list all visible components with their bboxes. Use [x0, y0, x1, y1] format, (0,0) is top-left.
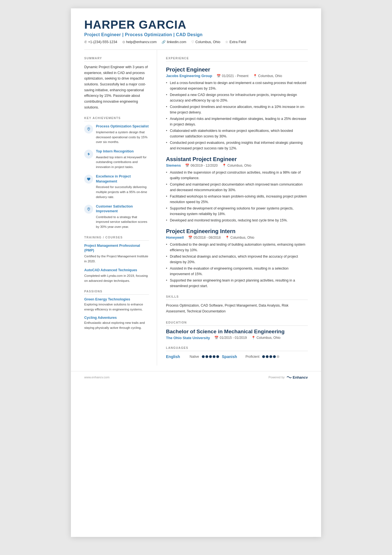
bullet-1-2: Developed a new CAD design process for i… — [166, 92, 308, 103]
achievement-icon-1 — [84, 125, 93, 134]
achievement-text-2: Top Intern Recognition Awarded top inter… — [96, 149, 149, 170]
lang-dot-2-5 — [277, 355, 279, 358]
languages-label: LANGUAGES — [166, 346, 308, 351]
calendar-icon-1: 📅 — [217, 74, 221, 78]
achievement-desc-2: Awarded top intern at Honeywell for outs… — [96, 155, 149, 170]
exp-meta-1: Jacobs Engineering Group 📅 01/2021 - Pre… — [166, 74, 308, 78]
achievement-icon-3 — [84, 175, 93, 184]
exp-title-2: Assistant Project Engineer — [166, 156, 308, 162]
summary-label: SUMMARY — [84, 56, 149, 61]
exp-bullets-1: Led a cross-functional team to design an… — [166, 80, 308, 151]
brand-name: Enhancv — [293, 375, 308, 379]
heart-icon — [87, 177, 91, 181]
location-icon: ♡ — [191, 40, 194, 44]
bullet-1-1: Led a cross-functional team to design an… — [166, 80, 308, 91]
edu-degree: Bachelor of Science in Mechanical Engine… — [166, 329, 308, 335]
phone-contact: ✆ +1-(234)-555-1234 — [84, 40, 117, 44]
lang-dot-2-2 — [266, 355, 269, 358]
passion-desc-2: Enthusiastic about exploring new trails … — [84, 320, 149, 330]
website-contact: 🔗 linkedin.com — [162, 40, 186, 44]
experience-label: EXPERIENCE — [166, 56, 308, 61]
candidate-name: HARPER GARCIA — [84, 18, 308, 31]
exp-meta-2: Siemens 📅 06/2019 - 12/2020 📍 Columbus, … — [166, 163, 308, 167]
bullet-1-5: Collaborated with stakeholders to enhanc… — [166, 128, 308, 139]
exp-date-1: 📅 01/2021 - Present — [217, 74, 248, 78]
header-section: HARPER GARCIA Project Engineer | Process… — [71, 8, 321, 50]
powered-by-text: Powered by — [269, 376, 285, 379]
achievement-text-3: Excellence in Project Management Receive… — [96, 174, 149, 199]
right-column: EXPERIENCE Project Engineer Jacobs Engin… — [157, 50, 321, 366]
passion-title-1: Green Energy Technologies — [84, 297, 149, 301]
lang-level-1: Native — [190, 355, 199, 359]
languages-row: English Native Spanish Proficient — [166, 354, 308, 359]
training-item-2: AutoCAD Advanced Techniques Completed wi… — [84, 268, 149, 283]
training-item-1: Project Management Professional (PMP) Ce… — [84, 243, 149, 264]
extra-value: Extra Field — [229, 40, 246, 44]
passion-title-2: Cycling Adventures — [84, 316, 149, 320]
exp-location-2: 📍 Columbus, Ohio — [222, 164, 251, 167]
resume-wrapper: HARPER GARCIA Project Engineer | Process… — [71, 8, 321, 537]
footer-url: www.enhancv.com — [84, 376, 110, 379]
svg-point-1 — [88, 208, 89, 209]
bullet-3-1: Contributed to the design and testing of… — [166, 242, 308, 253]
phone-value: +1-(234)-555-1234 — [88, 40, 117, 44]
bullet-3-2: Drafted technical drawings and schematic… — [166, 254, 308, 265]
edu-meta: The Ohio State University 📅 01/2015 - 01… — [166, 336, 308, 340]
svg-point-0 — [88, 128, 89, 129]
achievement-title-1: Process Optimization Specialist — [96, 124, 149, 129]
loc-icon-2: 📍 — [222, 164, 226, 167]
exp-date-3: 📅 05/2018 - 08/2018 — [188, 236, 220, 240]
bullet-3-3: Assisted in the evaluation of engineerin… — [166, 266, 308, 277]
achievement-text-1: Process Optimization Specialist Implemen… — [96, 124, 149, 145]
email-value: help@enhancv.com — [126, 40, 157, 44]
location-contact: ♡ Columbus, Ohio — [191, 40, 220, 44]
loc-icon-edu: 📍 — [251, 336, 255, 340]
location-value: Columbus, Ohio — [195, 40, 220, 44]
lang-dot-1-3 — [209, 355, 212, 358]
summary-text: Dynamic Project Engineer with 3 years of… — [84, 64, 149, 110]
lang-name-1: English — [166, 354, 187, 359]
achievement-item-2: Top Intern Recognition Awarded top inter… — [84, 149, 149, 170]
main-content: SUMMARY Dynamic Project Engineer with 3 … — [71, 50, 321, 366]
enhancv-logo: Enhancv — [286, 375, 308, 379]
left-column: SUMMARY Dynamic Project Engineer with 3 … — [71, 50, 157, 366]
bullet-2-2: Compiled and maintained project document… — [166, 182, 308, 193]
achievement-item-3: Excellence in Project Management Receive… — [84, 174, 149, 199]
exp-company-2: Siemens — [166, 163, 181, 167]
website-value: linkedin.com — [167, 40, 186, 44]
footer-powered: Powered by Enhancv — [269, 375, 308, 379]
exp-company-3: Honeywell — [166, 235, 184, 240]
training-desc-1: Certified by the Project Management Inst… — [84, 254, 149, 264]
extra-contact: ☆ Extra Field — [225, 40, 246, 44]
lang-name-2: Spanish — [222, 354, 243, 359]
exp-bullets-3: Contributed to the design and testing of… — [166, 242, 308, 289]
lang-dot-2-4 — [273, 355, 276, 358]
achievements-label: KEY ACHIEVEMENTS — [84, 116, 149, 121]
bullet-2-1: Assisted in the supervision of project c… — [166, 170, 308, 181]
achievement-title-2: Top Intern Recognition — [96, 149, 149, 154]
exp-date-2: 📅 06/2019 - 12/2020 — [185, 164, 217, 167]
lang-dots-1 — [202, 355, 219, 358]
achievement-text-4: Customer Satisfaction Improvement Contri… — [96, 204, 149, 230]
achievement-desc-1: Implemented a system design that decreas… — [96, 130, 149, 145]
passion-item-2: Cycling Adventures Enthusiastic about ex… — [84, 316, 149, 330]
bullet-1-4: Analyzed project risks and implemented m… — [166, 116, 308, 127]
loc-icon-1: 📍 — [253, 74, 257, 78]
enhancv-logo-icon — [286, 375, 292, 379]
lang-dot-1-4 — [213, 355, 215, 358]
lang-dot-1-5 — [216, 355, 219, 358]
education-label: EDUCATION — [166, 321, 308, 326]
exp-bullets-2: Assisted in the supervision of project c… — [166, 170, 308, 223]
bullet-3-4: Supported the senior engineering team in… — [166, 278, 308, 289]
bullet-1-6: Conducted post-project evaluations, prov… — [166, 140, 308, 151]
exp-company-1: Jacobs Engineering Group — [166, 74, 212, 78]
skills-label: SKILLS — [166, 295, 308, 300]
exp-title-1: Project Engineer — [166, 66, 308, 73]
exp-meta-3: Honeywell 📅 05/2018 - 08/2018 📍 Columbus… — [166, 235, 308, 240]
lang-dot-2-3 — [269, 355, 272, 358]
exp-location-1: 📍 Columbus, Ohio — [253, 74, 282, 78]
lang-dot-1-2 — [205, 355, 208, 358]
achievement-title-4: Customer Satisfaction Improvement — [96, 204, 149, 214]
training-label: TRAINING / COURSES — [84, 236, 149, 241]
achievement-icon-4 — [84, 205, 93, 214]
